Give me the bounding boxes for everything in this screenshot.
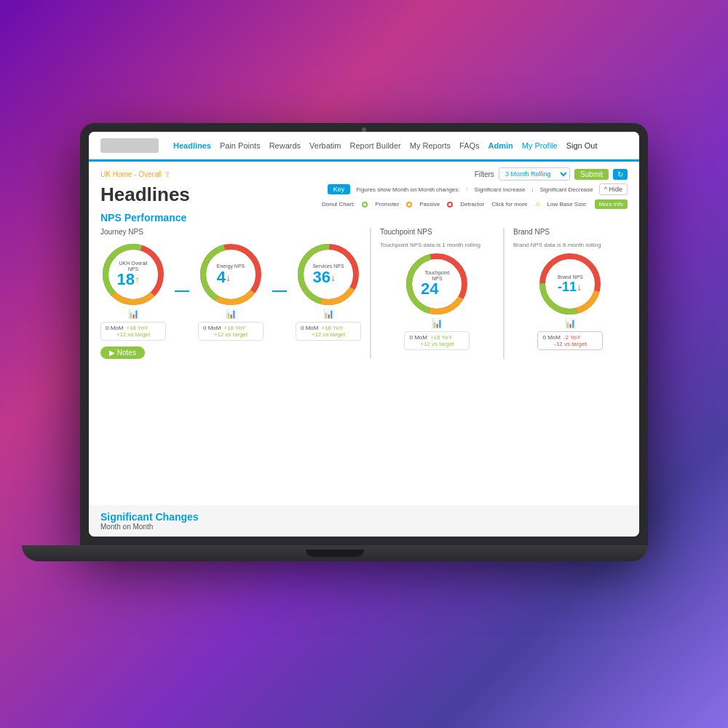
sig-decrease-icon: ↓ bbox=[531, 186, 534, 193]
section-divider-2 bbox=[503, 228, 505, 359]
content-area: UK Home - Overall ⇧ Filters 3 Month Roll… bbox=[89, 162, 639, 499]
touchpoint-value: 24 bbox=[421, 282, 438, 298]
legend-row: Donut Chart: Promoter Passive Detractor … bbox=[322, 199, 628, 209]
promoter-label: Promoter bbox=[375, 201, 399, 207]
energy-donut-wrapper: Energy NPS 4 ↓ bbox=[198, 242, 264, 307]
touchpoint-yoy: +18 YoY bbox=[430, 334, 452, 341]
low-base-icon: ⚠ bbox=[535, 201, 540, 207]
brand-donut-wrapper: Brand NPS -11 ↓ bbox=[537, 251, 603, 317]
ukh-value: 18 bbox=[117, 272, 135, 288]
refresh-button[interactable]: ↻ bbox=[613, 169, 628, 180]
notes-button[interactable]: ▶ Notes bbox=[100, 347, 145, 359]
nps-sections: Journey NPS bbox=[100, 228, 628, 359]
donut-label: Donut Chart: bbox=[322, 201, 355, 207]
headlines-title: Headlines bbox=[100, 183, 190, 206]
brand-stats: 0 MoM -2 YoY -12 vs target bbox=[537, 331, 603, 350]
brand-stats-row1: 0 MoM -2 YoY bbox=[542, 334, 598, 341]
services-target: +12 vs target bbox=[301, 331, 356, 338]
section-divider-1 bbox=[370, 228, 371, 359]
services-trend-icon: ↓ bbox=[331, 272, 336, 283]
nav-link-headlines[interactable]: Headlines bbox=[173, 141, 211, 150]
ukh-overall-nps-chart: UKH Overall NPS 18 ↑ 📊 bbox=[100, 242, 166, 341]
click-more: Click for more bbox=[491, 201, 527, 207]
services-value: 36 bbox=[312, 269, 330, 285]
brand-donut-center: Brand NPS -11 ↓ bbox=[558, 274, 583, 293]
touchpoint-donut-wrapper: Touchpoint NPS 24 bbox=[404, 251, 470, 317]
key-button[interactable]: Key bbox=[328, 184, 351, 194]
connector-energy-services bbox=[272, 290, 287, 292]
touchpoint-stats: 0 MoM +18 YoY +12 vs target bbox=[404, 331, 470, 350]
nav-link-rewards[interactable]: Rewards bbox=[269, 141, 301, 150]
nav-link-myreports[interactable]: My Reports bbox=[410, 141, 451, 150]
filters-label: Filters bbox=[475, 170, 494, 178]
laptop-screen-bezel: Headlines Pain Points Rewards Verbatim R… bbox=[80, 123, 648, 545]
energy-nps-chart: Energy NPS 4 ↓ 📊 bbox=[198, 242, 264, 341]
hide-button[interactable]: ^ Hide bbox=[599, 183, 628, 195]
brand-nps-label: Brand NPS bbox=[513, 228, 628, 236]
nav-link-admin[interactable]: Admin bbox=[488, 141, 513, 150]
energy-value: 4 bbox=[217, 269, 226, 285]
submit-button[interactable]: Submit bbox=[574, 169, 609, 180]
services-donut-center: Services NPS 36 ↓ bbox=[312, 264, 344, 285]
sig-increase-icon: ↑ bbox=[466, 186, 469, 193]
touchpoint-nps-section: Touchpoint NPS Touchpoint NPS data is 1 … bbox=[380, 228, 494, 359]
nav-link-faqs[interactable]: FAQs bbox=[459, 141, 480, 150]
detractor-label: Detractor bbox=[460, 201, 484, 207]
energy-mom: 0 MoM bbox=[203, 325, 221, 331]
breadcrumb-row: UK Home - Overall ⇧ Filters 3 Month Roll… bbox=[100, 167, 628, 181]
nav-link-myprofile[interactable]: My Profile bbox=[522, 141, 558, 150]
brand-bar-icon: 📊 bbox=[565, 318, 576, 328]
brand-trend-icon: ↓ bbox=[577, 281, 582, 293]
ukh-yoy: +18 YoY bbox=[126, 325, 148, 331]
passive-dot bbox=[406, 202, 412, 207]
ukh-trend-icon: ↑ bbox=[135, 274, 140, 286]
ukh-target: +12 vs target bbox=[106, 331, 161, 338]
filters-row: Filters 3 Month Rolling 1 Month Rolling … bbox=[475, 167, 628, 181]
sig-changes-subtitle: Month on Month bbox=[100, 523, 628, 531]
energy-yoy: +18 YoY bbox=[223, 325, 245, 331]
touchpoint-nps-label: Touchpoint NPS bbox=[380, 228, 494, 236]
detractor-dot bbox=[447, 202, 453, 207]
nav-link-painpoints[interactable]: Pain Points bbox=[220, 141, 261, 150]
energy-target: +12 vs target bbox=[203, 331, 258, 338]
services-mom: 0 MoM bbox=[301, 325, 318, 331]
key-bar: Key Figures show Month on Month changes:… bbox=[328, 183, 628, 195]
nav-link-signout[interactable]: Sign Out bbox=[566, 141, 598, 150]
services-stats-row1: 0 MoM +18 YoY bbox=[301, 325, 356, 331]
energy-stats-row1: 0 MoM +18 YoY bbox=[203, 325, 258, 331]
sig-decrease-label: Significant Decrease bbox=[539, 186, 593, 193]
touchpoint-mom: 0 MoM bbox=[409, 334, 427, 341]
key-description: Figures show Month on Month changes: bbox=[356, 186, 459, 193]
nav-links: Headlines Pain Points Rewards Verbatim R… bbox=[173, 141, 628, 150]
services-nps-chart: Services NPS 36 ↓ 📊 bbox=[296, 242, 361, 341]
services-stats: 0 MoM +18 YoY +12 vs target bbox=[296, 322, 361, 341]
nav-link-verbatim[interactable]: Verbatim bbox=[309, 141, 341, 150]
nav-link-reportbuilder[interactable]: Report Builder bbox=[349, 141, 400, 150]
brand-nps-chart: Brand NPS -11 ↓ 📊 0 MoM bbox=[513, 251, 628, 350]
journey-nps-section: Journey NPS bbox=[100, 228, 361, 359]
passive-label: Passive bbox=[419, 201, 440, 207]
breadcrumb: UK Home - Overall ⇧ bbox=[100, 170, 170, 178]
laptop-notch bbox=[306, 550, 364, 557]
sig-increase-label: Significant Increase bbox=[475, 186, 526, 193]
ukh-bar-icon: 📊 bbox=[128, 309, 139, 319]
ukh-stats-row1: 0 MoM +18 YoY bbox=[106, 325, 161, 331]
filter-select[interactable]: 3 Month Rolling 1 Month Rolling 6 Month … bbox=[499, 167, 570, 181]
breadcrumb-icon: ⇧ bbox=[165, 170, 170, 178]
ukh-stats: 0 MoM +18 YoY +12 vs target bbox=[100, 322, 166, 341]
brand-target: -12 vs target bbox=[542, 341, 598, 347]
ukh-donut-center: UKH Overall NPS 18 ↑ bbox=[117, 261, 150, 288]
nps-performance-title: NPS Performance bbox=[100, 212, 628, 223]
logo bbox=[100, 138, 159, 153]
touchpoint-target: +12 vs target bbox=[409, 341, 464, 347]
ukh-donut-wrapper: UKH Overall NPS 18 ↑ bbox=[100, 242, 166, 307]
touchpoint-nps-chart: Touchpoint NPS 24 📊 0 MoM + bbox=[380, 251, 494, 350]
more-info-button[interactable]: More info bbox=[595, 199, 628, 209]
brand-yoy: -2 YoY bbox=[563, 334, 581, 341]
brand-nps-section: Brand NPS Brand NPS data is 6 month roll… bbox=[513, 228, 628, 359]
brand-value: -11 bbox=[558, 280, 577, 293]
energy-trend-icon: ↓ bbox=[226, 272, 231, 283]
nav-bar: Headlines Pain Points Rewards Verbatim R… bbox=[89, 132, 639, 159]
journey-nps-label: Journey NPS bbox=[100, 228, 361, 236]
journey-donuts-row: UKH Overall NPS 18 ↑ 📊 bbox=[100, 242, 361, 341]
